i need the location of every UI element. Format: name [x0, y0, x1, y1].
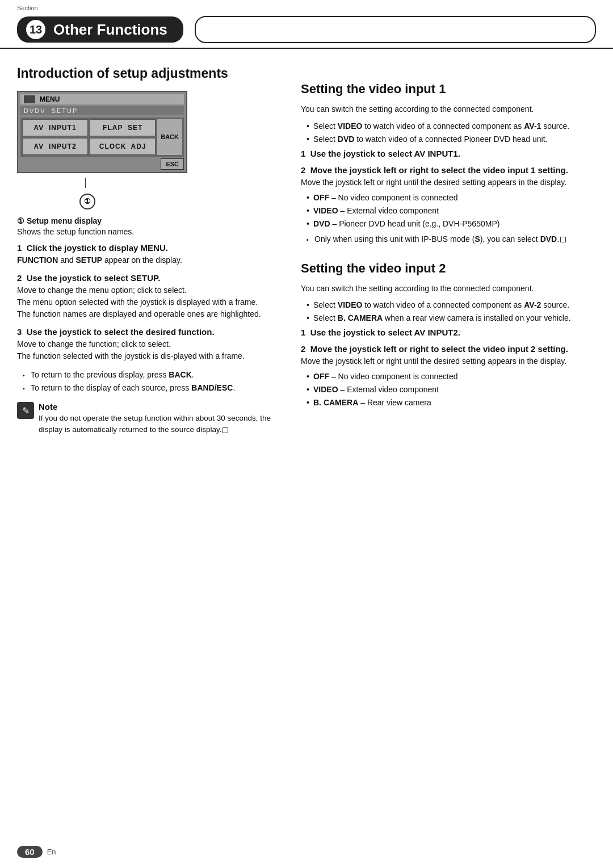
vi1-step-1: 1 Use the joystick to select AV INPUT1. [301, 149, 573, 158]
return-bullets: To return to the previous display, press… [17, 369, 278, 394]
vi2-off: OFF – No video component is connected [306, 371, 573, 383]
menu-cell-clock-adj: CLOCK ADJ [90, 138, 156, 155]
vi2-step-2: 2 Move the joystick left or right to sel… [301, 344, 573, 409]
section-label: Section [17, 5, 38, 11]
end-mark [222, 427, 228, 433]
step-1-desc: FUNCTION and SETUP appear on the display… [17, 254, 278, 266]
vi1-video: VIDEO – External video component [306, 205, 573, 217]
page-footer: 60 En [17, 846, 56, 858]
step-2: 2 Use the joystick to select SETUP. Move… [17, 273, 278, 320]
vi2-bullet-1: Select VIDEO to watch video of a connect… [306, 299, 573, 311]
video-input-2-bullets: Select VIDEO to watch video of a connect… [301, 299, 573, 324]
vi2-step-1-title: 1 Use the joystick to select AV INPUT2. [301, 328, 573, 337]
bullet-back: To return to the previous display, press… [23, 369, 278, 381]
vi2-step-2-bullets: OFF – No video component is connected VI… [301, 371, 573, 409]
vi1-step-2-desc: Move the joystick left or right until th… [301, 177, 573, 188]
vi2-step-2-title: 2 Move the joystick left or right to sel… [301, 344, 573, 354]
vi1-step-2-title: 2 Move the joystick left or right to sel… [301, 165, 573, 175]
vi1-step-2: 2 Move the joystick left or right to sel… [301, 165, 573, 245]
video-input-1-title: Setting the video input 1 [301, 82, 573, 97]
note-box: ✎ Note If you do not operate the setup f… [17, 402, 278, 436]
step-3-desc: Move to change the function; click to se… [17, 338, 278, 362]
vi1-ipbus: Only when using this unit with IP-BUS mo… [306, 233, 573, 245]
lang-label: En [47, 848, 56, 856]
menu-esc-button: ESC [161, 158, 184, 170]
setup-menu-display-desc: Shows the setup function names. [17, 227, 278, 238]
vi1-square-bullets: Only when using this unit with IP-BUS mo… [301, 233, 573, 245]
video-input-1-intro: You can switch the setting according to … [301, 103, 573, 116]
menu-titlebar-label: MENU [40, 95, 60, 103]
vi1-dvd: DVD – Pioneer DVD head unit (e.g., DVH-P… [306, 218, 573, 230]
left-column: Introduction of setup adjustments MENU D… [17, 66, 278, 441]
menu-cell-av-input1: AV INPUT1 [22, 119, 88, 136]
menu-icon [24, 95, 35, 103]
menu-titlebar: MENU [20, 94, 184, 104]
section-number: 13 [26, 20, 45, 39]
menu-esc-row: ESC [20, 158, 184, 170]
video-input-2-title: Setting the video input 2 [301, 261, 573, 276]
end-mark-ipbus [560, 237, 566, 242]
right-column: Setting the video input 1 You can switch… [301, 66, 573, 441]
video-input-2-intro: You can switch the setting according to … [301, 283, 573, 295]
note-icon: ✎ [17, 402, 34, 419]
section-badge: 13 Other Functions [17, 16, 183, 43]
vi2-bcamera: B. CAMERA – Rear view camera [306, 397, 573, 409]
header-right-box [195, 16, 596, 43]
vi1-bullet-1: Select VIDEO to watch video of a connect… [306, 120, 573, 132]
vi2-video: VIDEO – External video component [306, 384, 573, 396]
note-text: If you do not operate the setup function… [39, 413, 278, 436]
menu-back-button: BACK [157, 119, 182, 155]
menu-cell-av-input2: AV INPUT2 [22, 138, 88, 155]
step-1-title: 1 Click the joystick to display MENU. [17, 243, 278, 253]
section-title: Other Functions [53, 21, 167, 39]
step-2-title: 2 Use the joystick to select SETUP. [17, 273, 278, 283]
step-1: 1 Click the joystick to display MENU. FU… [17, 243, 278, 266]
menu-screenshot: MENU DVDV SETUP AV INPUT1 FLAP SET BACK … [17, 91, 187, 173]
main-content: Introduction of setup adjustments MENU D… [0, 49, 613, 458]
intro-title: Introduction of setup adjustments [17, 66, 278, 82]
setup-menu-display-title: ① Setup menu display [17, 216, 278, 225]
menu-cell-flap-set: FLAP SET [90, 119, 156, 136]
page-number: 60 [17, 846, 43, 858]
vi1-step-2-bullets: OFF – No video component is connected VI… [301, 192, 573, 230]
menu-sub-label: DVDV SETUP [20, 106, 184, 115]
vi1-bullet-2: Select DVD to watch video of a connected… [306, 133, 573, 145]
vi2-step-2-desc: Move the joystick left or right until th… [301, 355, 573, 367]
setup-menu-display-item: ① Setup menu display Shows the setup fun… [17, 216, 278, 238]
bullet-bandesc: To return to the display of each source,… [23, 382, 278, 394]
vi2-step-1: 1 Use the joystick to select AV INPUT2. [301, 328, 573, 337]
vi1-step-1-title: 1 Use the joystick to select AV INPUT1. [301, 149, 573, 158]
page-header: 13 Other Functions [0, 0, 613, 49]
step-2-desc: Move to change the menu option; click to… [17, 284, 278, 320]
video-input-1-bullets: Select VIDEO to watch video of a connect… [301, 120, 573, 145]
diagram-circle-1: ① [79, 194, 95, 209]
step-3-title: 3 Use the joystick to select the desired… [17, 327, 278, 337]
note-label: Note [39, 402, 278, 412]
step-3: 3 Use the joystick to select the desired… [17, 327, 278, 362]
vi2-bullet-2: Select B. CAMERA when a rear view camera… [306, 312, 573, 324]
vi1-off: OFF – No video component is connected [306, 192, 573, 204]
